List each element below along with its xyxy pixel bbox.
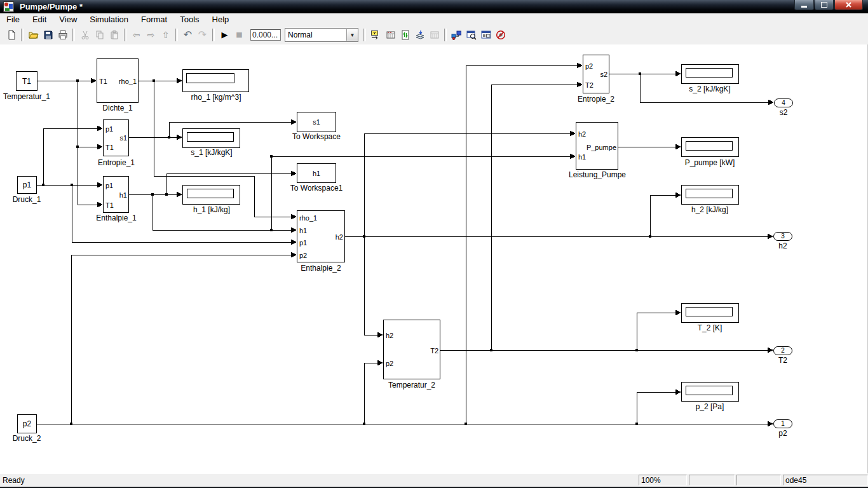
- outport-label: T2: [778, 356, 787, 365]
- block-druck-1[interactable]: p1: [17, 176, 37, 194]
- outport-2[interactable]: 2: [773, 346, 792, 355]
- simulation-mode-select[interactable]: Normal ▼: [285, 28, 358, 42]
- window-title: Pumpe/Pumpe *: [20, 2, 83, 11]
- block-label: To Workspace1: [290, 184, 342, 193]
- outport-label: T2: [430, 348, 438, 355]
- menu-help[interactable]: Help: [206, 14, 236, 25]
- go-forward-button[interactable]: ⇨: [144, 28, 158, 42]
- display-s-2[interactable]: [681, 64, 739, 84]
- block-to-workspace[interactable]: s1: [297, 112, 336, 132]
- outport-4[interactable]: 4: [774, 98, 793, 107]
- cut-button[interactable]: [78, 28, 92, 42]
- go-back-button[interactable]: ⇦: [129, 28, 144, 42]
- chevron-down-icon: ▼: [350, 32, 355, 38]
- block-enthalpie-1[interactable]: p1 T1 h1: [103, 176, 129, 213]
- block-druck-2[interactable]: p2: [17, 414, 37, 433]
- display-h-2[interactable]: [681, 185, 739, 205]
- close-icon: [845, 1, 852, 8]
- display-p-pumpe[interactable]: [681, 137, 739, 157]
- menu-bar: File Edit View Simulation Format Tools H…: [0, 13, 868, 25]
- block-entropie-1[interactable]: p1 T1 s1: [103, 119, 129, 156]
- menu-simulation[interactable]: Simulation: [83, 14, 135, 25]
- open-folder-icon: [29, 30, 39, 40]
- title-bar[interactable]: Pumpe/Pumpe *: [0, 0, 868, 13]
- outport-label: s1: [119, 135, 127, 142]
- block-dichte-1[interactable]: T1 rho_1: [97, 58, 139, 103]
- model-explorer-button[interactable]: [464, 28, 478, 42]
- display-p-2[interactable]: [681, 382, 739, 402]
- copy-button[interactable]: [92, 28, 107, 42]
- build-button[interactable]: [427, 28, 442, 42]
- refresh-model-button[interactable]: [398, 28, 412, 42]
- model-browser-icon: [481, 30, 491, 40]
- restore-button[interactable]: [815, 0, 834, 10]
- go-up-button[interactable]: ⇧: [158, 28, 173, 42]
- inport-label: p2: [585, 63, 593, 70]
- stop-simulation-button[interactable]: ■: [232, 28, 247, 42]
- block-enthalpie-2[interactable]: rho_1 h1 p1 p2 h2: [297, 210, 345, 262]
- new-document-icon: [6, 30, 17, 40]
- workspace-var-text: h1: [313, 170, 320, 177]
- library-stack-icon: [415, 30, 425, 40]
- paste-clipboard-icon: [109, 30, 119, 40]
- library-browser-button[interactable]: [449, 28, 464, 42]
- library-link-button[interactable]: [369, 28, 383, 42]
- menu-file[interactable]: File: [0, 14, 26, 25]
- display-t-2[interactable]: [681, 303, 739, 323]
- block-temperatur-2[interactable]: h2 p2 T2: [383, 320, 440, 379]
- block-label: s_1 [kJ/kgK]: [191, 149, 232, 157]
- block-label: Leistung_Pumpe: [569, 171, 626, 179]
- display-h-1[interactable]: [182, 185, 240, 205]
- debug-disable-button[interactable]: [493, 28, 508, 42]
- menu-format[interactable]: Format: [135, 14, 173, 25]
- outport-1[interactable]: 1: [773, 419, 792, 428]
- block-label: To Workspace: [292, 133, 341, 141]
- inport-label: h2: [386, 332, 393, 339]
- build-disabled-icon: [430, 30, 440, 40]
- floppy-save-icon: [43, 30, 53, 40]
- solver-panel: ode45: [783, 475, 868, 485]
- minimize-button[interactable]: [794, 0, 814, 10]
- simulation-time-field[interactable]: [250, 29, 281, 41]
- outport-3[interactable]: 3: [773, 232, 792, 241]
- update-diagram-button[interactable]: [383, 28, 398, 42]
- paste-button[interactable]: [107, 28, 121, 42]
- block-leistung-pumpe[interactable]: h2 h1 P_pumpe: [576, 122, 618, 170]
- save-model-button[interactable]: [41, 28, 55, 42]
- debug-disable-icon: [496, 30, 506, 40]
- open-model-button[interactable]: [26, 28, 41, 42]
- minimize-icon: [801, 6, 807, 8]
- start-simulation-button[interactable]: ▶: [217, 28, 232, 42]
- close-button[interactable]: [834, 0, 863, 10]
- inport-label: h2: [578, 131, 586, 138]
- copy-icon: [95, 30, 105, 40]
- inport-label: p1: [105, 126, 113, 133]
- block-entropie-2[interactable]: p2 T2 s2: [583, 55, 609, 93]
- library-stack-button[interactable]: [412, 28, 427, 42]
- forward-arrow-icon: ⇨: [147, 30, 155, 39]
- block-label: s_2 [kJ/kgK]: [689, 85, 730, 93]
- menu-tools[interactable]: Tools: [173, 14, 205, 25]
- simulink-library-icon: [451, 30, 462, 40]
- block-to-workspace1[interactable]: h1: [297, 163, 336, 183]
- back-arrow-icon: ⇦: [133, 30, 140, 39]
- inport-label: T1: [99, 78, 107, 85]
- model-browser-button[interactable]: [478, 28, 493, 42]
- outport-label: h2: [336, 234, 343, 241]
- print-button[interactable]: [55, 28, 70, 42]
- inport-label: h1: [299, 227, 307, 234]
- menu-edit[interactable]: Edit: [26, 14, 53, 25]
- new-model-button[interactable]: [4, 28, 18, 42]
- simulink-app-icon: [3, 1, 14, 12]
- block-label: p_2 [Pa]: [696, 403, 724, 411]
- display-value-field: [686, 386, 733, 395]
- block-temperatur-1[interactable]: T1: [16, 71, 37, 91]
- redo-button[interactable]: ↷: [195, 28, 210, 42]
- display-s-1[interactable]: [182, 128, 240, 148]
- combo-dropdown-button[interactable]: ▼: [346, 29, 358, 41]
- menu-view[interactable]: View: [53, 14, 83, 25]
- refresh-model-icon: [400, 30, 410, 40]
- undo-button[interactable]: ↶: [180, 28, 195, 42]
- model-explorer-icon: [466, 30, 477, 40]
- display-rho-1[interactable]: [182, 69, 249, 92]
